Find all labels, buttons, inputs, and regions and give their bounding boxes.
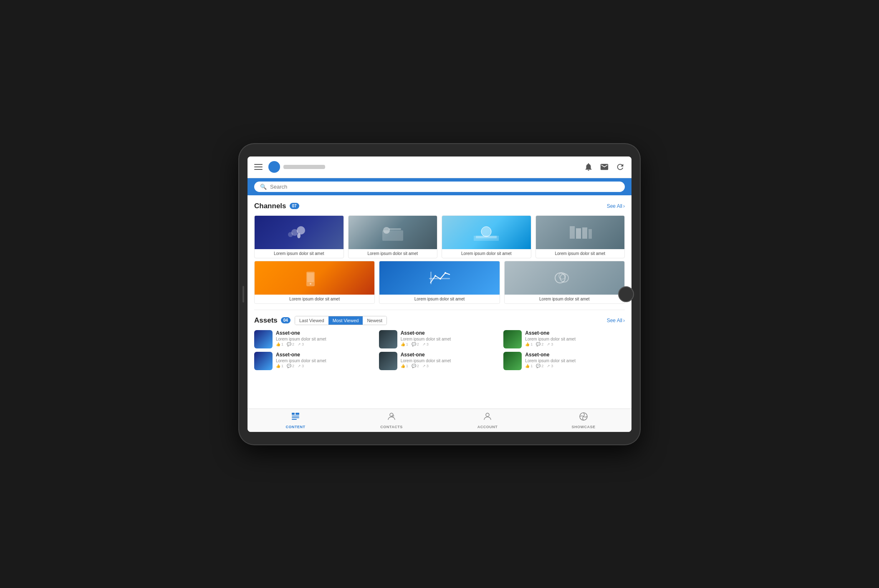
svg-rect-10	[570, 226, 575, 239]
asset-item-3[interactable]: Asset-one Lorem ipsum dolor sit amet 👍 1…	[503, 330, 625, 348]
tab-content[interactable]: CONTENT	[248, 411, 344, 429]
asset-likes-2: 👍 1	[401, 342, 408, 346]
asset-info-5: Asset-one Lorem ipsum dolor sit amet 👍 1…	[401, 352, 500, 368]
asset-thumb-3	[503, 330, 522, 348]
tablet-frame: 🔍 Channels 07 See All ›	[239, 144, 640, 444]
refresh-icon[interactable]	[616, 162, 625, 172]
asset-name-4: Asset-one	[276, 352, 376, 358]
channel-card-6[interactable]: Lorem ipsum dolor sit amet	[379, 261, 500, 304]
channel-label-3: Lorem ipsum dolor sit amet	[442, 249, 531, 258]
channel-card-4[interactable]: Lorem ipsum dolor sit amet	[535, 215, 625, 258]
asset-likes-3: 👍 1	[525, 342, 533, 346]
channel-label-2: Lorem ipsum dolor sit amet	[349, 249, 437, 258]
channel-thumb-3	[442, 216, 531, 249]
asset-shares-4: ↗ 3	[298, 364, 304, 368]
channels-title-wrap: Channels 07	[254, 202, 299, 210]
screen: 🔍 Channels 07 See All ›	[248, 156, 631, 432]
asset-stats-6: 👍 1 💬 2 ↗ 3	[525, 364, 625, 368]
assets-see-all[interactable]: See All ›	[607, 318, 625, 323]
channel-card-5[interactable]: Lorem ipsum dolor sit amet	[254, 261, 375, 304]
svg-rect-9	[476, 236, 497, 238]
asset-shares-1: ↗ 3	[298, 342, 304, 346]
content-icon	[290, 411, 301, 424]
channel-card-2[interactable]: Lorem ipsum dolor sit amet	[348, 215, 438, 258]
notification-icon[interactable]	[584, 162, 593, 172]
asset-thumb-6	[503, 352, 522, 370]
asset-stats-1: 👍 1 💬 2 ↗ 3	[276, 342, 376, 346]
svg-rect-25	[292, 413, 295, 415]
logo-text	[283, 165, 325, 169]
top-nav	[248, 156, 631, 178]
svg-point-20	[440, 278, 441, 280]
asset-info-6: Asset-one Lorem ipsum dolor sit amet 👍 1…	[525, 352, 625, 368]
svg-point-1	[297, 226, 305, 235]
assets-left: Assets 04 Last Viewed Most Viewed Newest	[254, 316, 387, 325]
svg-rect-15	[307, 273, 314, 282]
channel-thumb-2	[349, 216, 437, 249]
assets-header: Assets 04 Last Viewed Most Viewed Newest…	[254, 316, 625, 325]
asset-item-2[interactable]: Asset-one Lorem ipsum dolor sit amet 👍 1…	[379, 330, 500, 348]
tab-content-label: CONTENT	[286, 425, 306, 429]
asset-desc-2: Lorem ipsum dolor sit amet	[401, 337, 500, 341]
asset-comments-3: 💬 2	[536, 342, 543, 346]
asset-item-1[interactable]: Asset-one Lorem ipsum dolor sit amet 👍 1…	[254, 330, 376, 348]
tab-contacts[interactable]: @ CONTACTS	[344, 411, 440, 429]
channel-thumb-6	[379, 261, 499, 295]
logo-area	[268, 161, 584, 173]
asset-thumb-2	[379, 330, 397, 348]
hamburger-menu[interactable]	[254, 164, 263, 170]
tab-account[interactable]: ACCOUNT	[440, 411, 535, 429]
asset-item-4[interactable]: Asset-one Lorem ipsum dolor sit amet 👍 1…	[254, 352, 376, 370]
assets-tab-group: Last Viewed Most Viewed Newest	[295, 316, 387, 325]
search-input-wrap[interactable]: 🔍	[254, 182, 625, 192]
asset-comments-6: 💬 2	[536, 364, 543, 368]
asset-desc-5: Lorem ipsum dolor sit amet	[401, 358, 500, 363]
asset-info-2: Asset-one Lorem ipsum dolor sit amet 👍 1…	[401, 330, 500, 346]
account-icon	[482, 411, 493, 424]
asset-item-6[interactable]: Asset-one Lorem ipsum dolor sit amet 👍 1…	[503, 352, 625, 370]
channels-badge: 07	[290, 203, 299, 209]
bottom-tabs: CONTENT @ CONTACTS	[248, 409, 631, 432]
svg-rect-11	[576, 228, 581, 239]
tab-showcase[interactable]: SHOWCASE	[535, 411, 631, 429]
tab-most-viewed[interactable]: Most Viewed	[328, 316, 363, 325]
channel-thumb-5	[255, 261, 374, 295]
svg-point-21	[445, 272, 446, 274]
search-icon: 🔍	[260, 184, 267, 190]
asset-name-6: Asset-one	[525, 352, 625, 358]
channels-title: Channels	[254, 202, 286, 210]
assets-title-wrap: Assets 04	[254, 316, 290, 325]
channels-see-all[interactable]: See All ›	[607, 203, 625, 209]
svg-point-32	[486, 413, 489, 416]
asset-likes-1: 👍 1	[276, 342, 283, 346]
asset-shares-5: ↗ 3	[422, 364, 429, 368]
asset-info-1: Asset-one Lorem ipsum dolor sit amet 👍 1…	[276, 330, 376, 346]
svg-rect-12	[582, 227, 587, 239]
asset-thumb-1	[254, 330, 273, 348]
nav-icons	[584, 162, 625, 172]
message-icon[interactable]	[600, 162, 609, 172]
asset-desc-3: Lorem ipsum dolor sit amet	[525, 337, 625, 341]
asset-desc-4: Lorem ipsum dolor sit amet	[276, 358, 376, 363]
logo-circle	[268, 161, 280, 173]
channel-card-1[interactable]: Lorem ipsum dolor sit amet	[254, 215, 344, 258]
asset-shares-2: ↗ 3	[422, 342, 429, 346]
asset-comments-2: 💬 2	[412, 342, 419, 346]
svg-rect-27	[292, 416, 299, 416]
tab-last-viewed[interactable]: Last Viewed	[295, 316, 328, 325]
channels-header: Channels 07 See All ›	[254, 202, 625, 210]
asset-item-5[interactable]: Asset-one Lorem ipsum dolor sit amet 👍 1…	[379, 352, 500, 370]
channel-card-3[interactable]: Lorem ipsum dolor sit amet	[442, 215, 531, 258]
channel-thumb-7	[505, 261, 624, 295]
channel-label-5: Lorem ipsum dolor sit amet	[255, 295, 374, 303]
channels-grid-row1: Lorem ipsum dolor sit amet Lorem ipsum d…	[254, 215, 625, 258]
svg-point-3	[297, 233, 301, 238]
search-input[interactable]	[270, 184, 619, 190]
asset-desc-1: Lorem ipsum dolor sit amet	[276, 337, 376, 341]
tab-showcase-label: SHOWCASE	[571, 425, 595, 429]
channel-label-1: Lorem ipsum dolor sit amet	[255, 249, 344, 258]
channel-card-7[interactable]: Lorem ipsum dolor sit amet	[504, 261, 625, 304]
contacts-icon: @	[386, 411, 397, 424]
asset-thumb-5	[379, 352, 397, 370]
tab-newest[interactable]: Newest	[363, 316, 386, 325]
